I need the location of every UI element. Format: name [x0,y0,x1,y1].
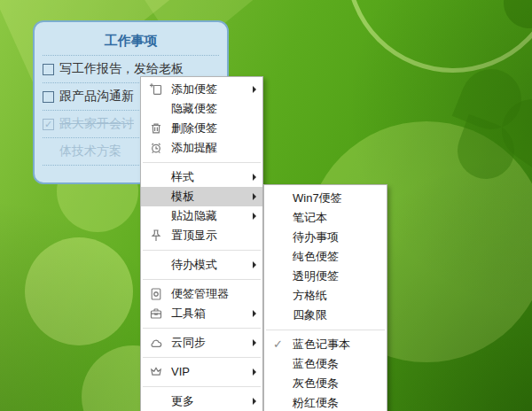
submenu-arrow-icon [253,193,256,200]
menu-separator [143,162,261,163]
note-item-text: 写工作报告，发给老板 [59,61,184,77]
menu-separator [143,328,261,329]
menu-item-cloud-sync[interactable]: 云同步 [141,333,262,353]
menu-item-label: 贴边隐藏 [171,209,217,222]
menu-item-label: 删除便签 [171,121,217,135]
context-menu: 添加便签隐藏便签删除便签添加提醒样式模板贴边隐藏置顶显示待办模式便签管理器工具箱… [140,76,263,411]
submenu-arrow-icon [253,310,256,317]
menu-item-delete-note[interactable]: 删除便签 [141,119,262,138]
menu-item-toolbox[interactable]: 工具箱 [141,304,262,323]
menu-item-label: 方格纸 [293,289,327,302]
menu-item-label: 四象限 [293,308,327,322]
menu-item-template[interactable]: 模板 [141,187,262,206]
menu-separator [143,250,261,251]
submenu-item-grid-paper[interactable]: 方格纸 [264,286,387,306]
menu-item-hide-note[interactable]: 隐藏便签 [141,99,262,119]
desktop-wallpaper: 工作事项 写工作报告，发给老板跟产品沟通新✓跟大家开会讨体技术方案 添加便签隐藏… [0,0,532,411]
bokeh-circle [25,237,133,345]
menu-item-label: 便签管理器 [171,287,229,300]
menu-item-label: Win7便签 [293,191,342,205]
clover-shape [489,87,532,173]
submenu-arrow-icon [253,368,256,376]
crown-icon [149,365,163,379]
note-item-text: 跟产品沟通新 [59,89,134,105]
menu-item-label: 工具箱 [171,306,206,320]
menu-item-label: 灰色便条 [293,376,339,390]
menu-item-add-note[interactable]: 添加便签 [141,80,262,99]
pin-icon [149,229,163,243]
clover-shape [452,60,531,139]
menu-item-label: 样式 [171,170,194,183]
checked-checkbox-icon[interactable]: ✓ [43,119,54,130]
menu-separator [143,279,261,280]
menu-item-label: 更多 [171,394,194,407]
unchecked-checkbox-icon[interactable] [43,64,54,75]
submenu-arrow-icon [253,174,256,181]
menu-item-label: 笔记本 [293,211,327,224]
trash-icon [149,121,163,136]
menu-item-label: 粉红便条 [293,396,339,409]
alarm-icon [149,141,163,155]
menu-item-label: 添加便签 [171,82,217,96]
submenu-arrow-icon [253,261,256,268]
submenu-arrow-icon [253,339,256,346]
ring-circle [346,0,532,73]
menu-item-label: 置顶显示 [171,229,217,242]
submenu-item-blue-memo[interactable]: 蓝色便条 [264,354,387,374]
menu-item-vip[interactable]: VIP [141,362,262,382]
submenu-item-pink-memo[interactable]: 粉红便条 [264,393,387,411]
check-icon: ✓ [273,335,283,354]
menu-item-label: 蓝色记事本 [293,337,350,351]
add-note-icon [149,82,163,97]
menu-item-label: 模板 [171,190,194,203]
clover-shape [493,0,532,39]
submenu-item-gray-memo[interactable]: 灰色便条 [264,374,387,393]
menu-item-label: 添加提醒 [171,141,217,154]
menu-item-label: 待办事项 [293,230,339,244]
menu-item-todo-mode[interactable]: 待办模式 [141,255,262,275]
template-submenu: Win7便签笔记本待办事项纯色便签透明便签方格纸四象限✓蓝色记事本蓝色便条灰色便… [263,184,387,411]
toolbox-icon [149,306,163,321]
menu-item-style[interactable]: 样式 [141,167,262,187]
menu-item-label: VIP [171,365,190,378]
menu-item-edge-hide[interactable]: 贴边隐藏 [141,206,262,226]
submenu-item-todo-list[interactable]: 待办事项 [264,228,387,247]
submenu-arrow-icon [253,398,256,405]
note-item-text: 跟大家开会讨 [59,116,134,132]
submenu-arrow-icon [253,213,256,220]
submenu-item-four-quadrant[interactable]: 四象限 [264,306,387,325]
menu-item-add-reminder[interactable]: 添加提醒 [141,138,262,158]
menu-item-label: 待办模式 [171,258,217,271]
menu-item-label: 隐藏便签 [171,102,217,115]
submenu-item-notebook[interactable]: 笔记本 [264,208,387,228]
submenu-item-solid-color-note[interactable]: 纯色便签 [264,247,387,267]
submenu-arrow-icon [253,86,256,93]
submenu-item-blue-notebook[interactable]: ✓蓝色记事本 [264,335,387,354]
menu-item-label: 蓝色便条 [293,357,339,370]
clover-shape [450,114,522,187]
menu-item-pin-top[interactable]: 置顶显示 [141,226,262,245]
unchecked-checkbox-icon[interactable] [43,91,54,103]
menu-item-note-manager[interactable]: 便签管理器 [141,284,262,304]
submenu-item-win7-note[interactable]: Win7便签 [264,189,387,208]
note-item-text: 体技术方案 [59,143,121,159]
menu-item-more[interactable]: 更多 [141,392,262,411]
menu-separator [143,386,261,387]
cloud-icon [149,336,163,350]
menu-item-label: 透明便签 [293,269,339,283]
menu-separator [266,330,385,330]
menu-item-label: 云同步 [171,336,206,349]
menu-item-label: 纯色便签 [293,250,339,263]
manager-icon [149,287,163,301]
note-title: 工作事项 [43,22,219,56]
submenu-item-transparent-note[interactable]: 透明便签 [264,267,387,286]
menu-separator [143,357,261,358]
